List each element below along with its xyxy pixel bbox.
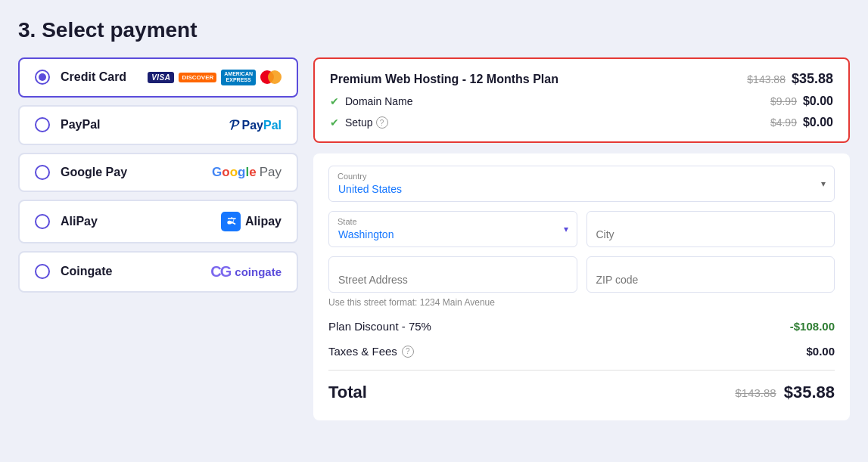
country-select[interactable]: United States Canada United Kingdom: [328, 166, 835, 202]
plan-new-price: $35.88: [792, 71, 833, 87]
total-old-price: $143.88: [735, 386, 776, 399]
radio-google-pay: [35, 165, 50, 180]
total-label: Total: [328, 383, 367, 402]
totals-divider: [328, 370, 835, 371]
setup-item: ✔ Setup ?: [330, 116, 388, 129]
credit-card-label: Credit Card: [61, 70, 129, 84]
payment-option-coingate[interactable]: Coingate CG coingate: [18, 251, 298, 293]
state-select[interactable]: Washington California New York Texas: [328, 211, 577, 247]
card-icons: VISA DISCOVER AMERICANEXPRESS: [148, 70, 282, 85]
coingate-icon: CG: [210, 263, 230, 281]
address-form: Country United States Canada United King…: [313, 153, 850, 420]
total-prices: $143.88 $35.88: [735, 383, 835, 402]
alipay-logo: Alipay: [221, 212, 282, 231]
alipay-icon: [221, 212, 241, 231]
domain-name-label: Domain Name: [345, 95, 412, 107]
payment-option-paypal[interactable]: PayPal 𝓟 PayPal: [18, 105, 298, 145]
radio-paypal: [35, 117, 50, 132]
radio-credit-card: [35, 70, 50, 85]
taxes-label: Taxes & Fees ?: [328, 345, 414, 358]
setup-check-icon: ✔: [330, 116, 339, 129]
page-title: 3. Select payment: [18, 18, 850, 42]
total-row: Total $143.88 $35.88: [328, 377, 835, 408]
coingate-label: Coingate: [61, 265, 129, 278]
payment-option-google-pay[interactable]: Google Pay GooglePay: [18, 153, 298, 192]
setup-old-price: $4.99: [770, 116, 797, 129]
radio-alipay: [35, 214, 50, 229]
state-field: State Washington California New York Tex…: [328, 211, 577, 247]
setup-new-price: $0.00: [803, 116, 833, 129]
payment-option-credit-card[interactable]: Credit Card VISA DISCOVER AMERICANEXPRES…: [18, 57, 298, 98]
domain-old-price: $9.99: [770, 95, 797, 107]
street-hint: Use this street format: 1234 Main Avenue: [328, 297, 835, 308]
main-layout: Credit Card VISA DISCOVER AMERICANEXPRES…: [18, 57, 850, 431]
street-input[interactable]: [328, 256, 577, 293]
discount-label: Plan Discount - 75%: [328, 320, 431, 333]
coingate-logo: CG coingate: [210, 263, 282, 281]
plan-name: Premium Web Hosting - 12 Months Plan: [330, 73, 558, 86]
google-pay-label: Google Pay: [61, 166, 129, 179]
state-city-row: State Washington California New York Tex…: [328, 211, 835, 247]
setup-price-group: $4.99 $0.00: [770, 116, 833, 129]
paypal-label: PayPal: [61, 118, 129, 132]
taxes-row: Taxes & Fees ? $0.00: [328, 339, 835, 364]
taxes-value: $0.00: [806, 345, 835, 358]
plan-old-price: $143.88: [747, 73, 786, 85]
street-zip-row: [328, 256, 835, 293]
discount-value: -$108.00: [790, 320, 835, 333]
total-new-price: $35.88: [784, 383, 835, 402]
zip-field: [586, 256, 835, 293]
alipay-label: AliPay: [61, 215, 129, 228]
amex-icon: AMERICANEXPRESS: [221, 70, 256, 85]
discount-row: Plan Discount - 75% -$108.00: [328, 314, 835, 339]
city-field: [586, 211, 835, 247]
plan-row: Premium Web Hosting - 12 Months Plan $14…: [330, 71, 833, 87]
domain-price-group: $9.99 $0.00: [770, 95, 833, 108]
mastercard-icon: [260, 70, 282, 84]
coingate-text: coingate: [235, 265, 282, 278]
payment-methods-panel: Credit Card VISA DISCOVER AMERICANEXPRES…: [18, 57, 298, 293]
domain-new-price: $0.00: [803, 95, 833, 108]
discover-icon: DISCOVER: [179, 73, 216, 82]
payment-option-alipay[interactable]: AliPay Alipay: [18, 200, 298, 243]
visa-icon: VISA: [148, 72, 174, 83]
alipay-text: Alipay: [245, 215, 282, 228]
setup-help-icon[interactable]: ?: [376, 116, 388, 129]
paypal-logo: 𝓟 PayPal: [229, 117, 282, 133]
google-pay-logo: GooglePay: [212, 165, 282, 180]
setup-name-group: Setup ?: [345, 116, 388, 129]
domain-check-icon: ✔: [330, 95, 339, 107]
setup-name-label: Setup: [345, 116, 373, 129]
order-summary: Premium Web Hosting - 12 Months Plan $14…: [313, 57, 850, 143]
domain-item: ✔ Domain Name: [330, 95, 412, 107]
city-input[interactable]: [586, 211, 835, 247]
street-field: [328, 256, 577, 293]
plan-price-group: $143.88 $35.88: [747, 71, 833, 87]
taxes-help-icon[interactable]: ?: [402, 346, 414, 358]
domain-row: ✔ Domain Name $9.99 $0.00: [330, 95, 833, 108]
zip-input[interactable]: [586, 256, 835, 293]
country-field: Country United States Canada United King…: [328, 166, 835, 202]
radio-coingate: [35, 264, 50, 279]
setup-row: ✔ Setup ? $4.99 $0.00: [330, 116, 833, 129]
country-row: Country United States Canada United King…: [328, 166, 835, 202]
right-panel: Premium Web Hosting - 12 Months Plan $14…: [313, 57, 850, 431]
